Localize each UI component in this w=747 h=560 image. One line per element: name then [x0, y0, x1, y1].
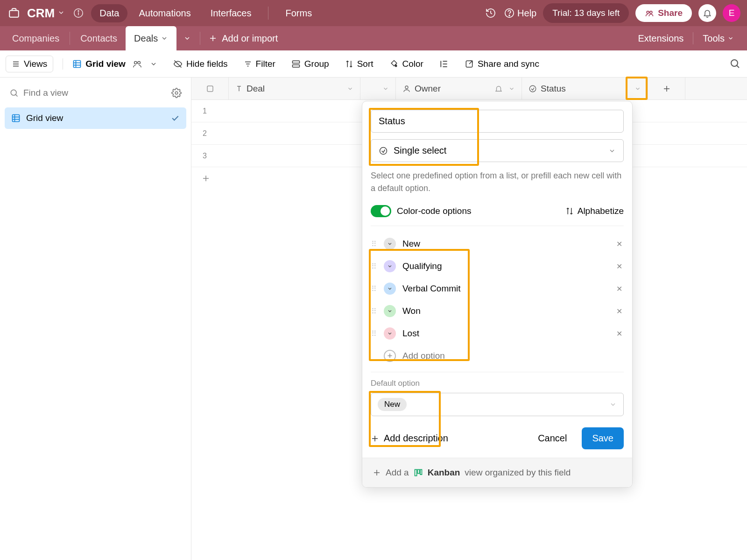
- views-label: Views: [24, 59, 47, 69]
- app-menu-chevron-icon[interactable]: [57, 9, 66, 17]
- option-color-swatch[interactable]: [384, 327, 396, 340]
- alphabetize-button[interactable]: Alphabetize: [565, 206, 624, 216]
- filter-button[interactable]: Filter: [244, 59, 275, 69]
- hide-fields-button[interactable]: Hide fields: [173, 59, 228, 69]
- topnav-automations[interactable]: Automations: [130, 4, 199, 22]
- option-row[interactable]: ⠿Lost✕: [371, 322, 624, 345]
- divider: [63, 58, 63, 70]
- group-button[interactable]: Group: [291, 59, 329, 69]
- info-icon[interactable]: [73, 8, 84, 18]
- column-header-owner[interactable]: Owner: [396, 78, 522, 99]
- save-button[interactable]: Save: [582, 427, 624, 449]
- option-row[interactable]: ⠿Qualifying✕: [371, 255, 624, 277]
- avatar[interactable]: E: [723, 4, 740, 22]
- search-icon: [9, 88, 19, 98]
- views-toggle-button[interactable]: Views: [6, 56, 53, 72]
- add-column-button[interactable]: [648, 78, 685, 99]
- select-all-header[interactable]: [191, 78, 229, 99]
- remove-option-button[interactable]: ✕: [614, 284, 624, 293]
- find-view-input[interactable]: [23, 88, 167, 98]
- remove-option-button[interactable]: ✕: [614, 262, 624, 271]
- share-sync-label: Share and sync: [478, 59, 539, 69]
- option-label: Lost: [402, 328, 419, 339]
- topnav-interfaces[interactable]: Interfaces: [202, 4, 260, 22]
- option-color-swatch[interactable]: [384, 283, 396, 295]
- chevron-down-icon[interactable]: [150, 60, 157, 68]
- add-option-label: Add option: [402, 351, 445, 361]
- field-name-input[interactable]: [371, 110, 624, 133]
- trial-badge[interactable]: Trial: 13 days left: [543, 3, 629, 23]
- view-item-grid-view[interactable]: Grid view: [5, 107, 186, 129]
- toolbar-right: [729, 58, 741, 70]
- column-menu-chevron-icon[interactable]: [633, 84, 643, 94]
- search-button[interactable]: [729, 58, 741, 70]
- collaborators-icon[interactable]: [132, 59, 142, 69]
- notify-field-icon[interactable]: [494, 85, 503, 93]
- base-icon[interactable]: [7, 6, 21, 21]
- svg-rect-23: [292, 61, 299, 63]
- color-button[interactable]: Color: [389, 59, 423, 69]
- drag-handle-icon[interactable]: ⠿: [371, 262, 377, 271]
- gear-icon[interactable]: [171, 88, 182, 98]
- option-row[interactable]: ⠿New✕: [371, 233, 624, 255]
- current-view-button[interactable]: Grid view: [72, 59, 157, 69]
- add-description-button[interactable]: Add description: [371, 433, 448, 444]
- option-color-swatch[interactable]: [384, 238, 396, 250]
- add-or-import-button[interactable]: Add or import: [209, 33, 278, 44]
- drag-handle-icon[interactable]: ⠿: [371, 307, 377, 316]
- help-button[interactable]: Help: [504, 8, 536, 19]
- column-header-deal[interactable]: Deal: [229, 78, 360, 99]
- tab-deals[interactable]: Deals: [126, 26, 176, 50]
- extensions-button[interactable]: Extensions: [628, 33, 693, 44]
- group-label: Group: [304, 59, 329, 69]
- option-color-swatch[interactable]: [384, 305, 396, 317]
- tab-companies[interactable]: Companies: [4, 26, 68, 50]
- history-icon[interactable]: [484, 6, 498, 20]
- remove-option-button[interactable]: ✕: [614, 240, 624, 248]
- plus-icon: [373, 468, 381, 477]
- tabs-overflow-button[interactable]: [176, 26, 198, 50]
- share-button[interactable]: Share: [635, 4, 692, 22]
- field-type-description: Select one predefined option from a list…: [371, 170, 624, 195]
- option-label: New: [402, 239, 420, 249]
- column-menu-chevron-icon[interactable]: [381, 84, 391, 94]
- drag-handle-icon[interactable]: ⠿: [371, 240, 377, 248]
- chevron-down-icon[interactable]: [161, 35, 168, 42]
- remove-option-button[interactable]: ✕: [614, 329, 624, 338]
- drag-handle-icon[interactable]: ⠿: [371, 329, 377, 338]
- topnav-data[interactable]: Data: [91, 4, 127, 22]
- field-type-select[interactable]: Single select: [371, 139, 624, 162]
- drag-handle-icon[interactable]: ⠿: [371, 284, 377, 293]
- column-header-blank[interactable]: [360, 78, 396, 99]
- option-row[interactable]: ⠿Verbal Commit✕: [371, 277, 624, 300]
- svg-rect-0: [9, 11, 19, 17]
- row-number: 2: [191, 122, 229, 144]
- svg-point-42: [529, 85, 536, 92]
- share-sync-button[interactable]: Share and sync: [465, 59, 539, 69]
- column-header-status[interactable]: Status: [522, 78, 648, 99]
- add-option-button[interactable]: + Add option: [371, 345, 624, 367]
- column-menu-chevron-icon[interactable]: [345, 84, 355, 94]
- option-color-swatch[interactable]: [384, 260, 396, 272]
- help-label: Help: [517, 8, 536, 19]
- tools-button[interactable]: Tools: [693, 33, 743, 44]
- default-option-value: New: [378, 398, 407, 411]
- tab-contacts[interactable]: Contacts: [72, 26, 126, 50]
- column-menu-chevron-icon[interactable]: [507, 84, 517, 94]
- sort-button[interactable]: Sort: [345, 59, 374, 69]
- cancel-button[interactable]: Cancel: [531, 428, 573, 448]
- grid-view-icon: [11, 113, 21, 123]
- color-code-toggle[interactable]: [371, 205, 391, 217]
- topnav-forms[interactable]: Forms: [277, 4, 320, 22]
- panel-footer[interactable]: Add a Kanban view organized by this fiel…: [362, 458, 632, 487]
- remove-option-button[interactable]: ✕: [614, 307, 624, 316]
- notifications-button[interactable]: [698, 4, 716, 22]
- default-option-select[interactable]: New: [371, 393, 624, 416]
- field-type-label: Single select: [394, 145, 446, 156]
- row-height-button[interactable]: [439, 59, 449, 69]
- option-row[interactable]: ⠿Won✕: [371, 300, 624, 322]
- column-label: Status: [541, 84, 566, 94]
- plus-circle-icon: +: [384, 350, 396, 362]
- field-config-panel: Single select Select one predefined opti…: [362, 101, 633, 488]
- find-view-row: [5, 84, 186, 102]
